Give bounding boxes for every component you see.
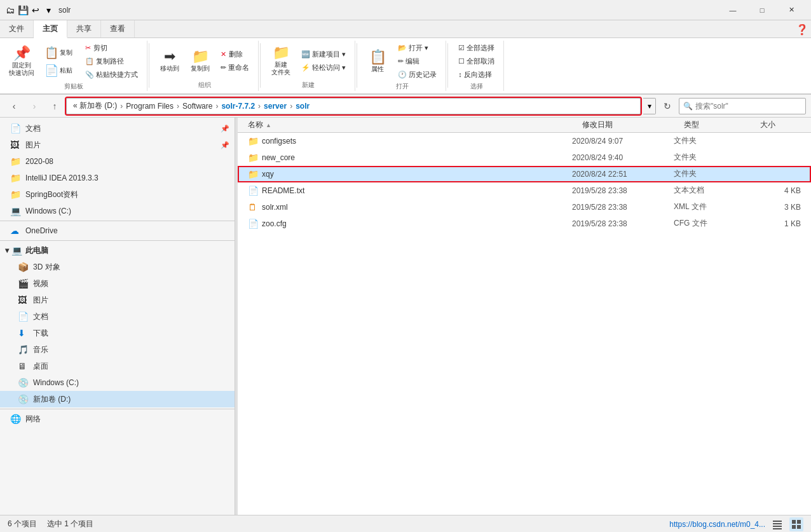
address-bar: ‹ › ↑ « 新加卷 (D:) › Program Files › Softw… (0, 95, 811, 118)
open-label: 打开 (396, 81, 409, 91)
close-button[interactable]: ✕ (777, 0, 806, 20)
deselect-all-button[interactable]: ☐ 全部取消 (454, 55, 498, 67)
search-input[interactable] (695, 102, 801, 111)
sidebar-item-drive-c[interactable]: 💿 Windows (C:) (0, 374, 235, 391)
file-size-zoo-cfg: 1 KB (750, 219, 801, 228)
file-row-solr-xml[interactable]: 🗒 solr.xml 2019/5/28 23:38 XML 文件 3 KB (238, 199, 811, 215)
file-date-zoo-cfg: 2019/5/28 23:38 (572, 219, 674, 228)
easy-access-button[interactable]: ⚡ 轻松访问 ▾ (297, 62, 350, 74)
file-date-solr-xml: 2019/5/28 23:38 (572, 203, 674, 212)
new-group: 📁 新建文件夹 🆕 新建项目 ▾ ⚡ 轻松访问 ▾ 新建 (262, 41, 355, 91)
copy-to-button[interactable]: 📁 复制到 (186, 47, 214, 75)
sidebar-item-network[interactable]: 🌐 网络 (0, 411, 235, 427)
sidebar-onedrive-label: OneDrive (25, 226, 58, 235)
sidebar-item-2020-08[interactable]: 📁 2020-08 (0, 153, 235, 170)
paste-button[interactable]: 📄 粘贴 (41, 62, 79, 79)
copy-button[interactable]: 📋 复制 (41, 44, 79, 61)
properties-button[interactable]: 📋 属性 (364, 48, 392, 76)
file-row-readme[interactable]: 📄 README.txt 2019/5/28 23:38 文本文档 4 KB (238, 182, 811, 199)
paste-shortcut-button[interactable]: 📎 粘贴快捷方式 (81, 69, 142, 81)
maximize-button[interactable]: □ (747, 0, 777, 20)
sidebar-item-desktop[interactable]: 🖥 桌面 (0, 358, 235, 374)
search-box[interactable]: 🔍 (679, 98, 806, 114)
new-item-button[interactable]: 🆕 新建项目 ▾ (297, 48, 350, 60)
address-path[interactable]: « 新加卷 (D:) › Program Files › Software › … (66, 98, 641, 114)
tab-home[interactable]: 主页 (34, 20, 67, 38)
sidebar-item-music[interactable]: 🎵 音乐 (0, 341, 235, 358)
path-dropdown-button[interactable]: ▾ (643, 98, 656, 114)
move-to-button[interactable]: ➡ 移动到 (156, 47, 184, 75)
sidebar-item-3dobjects[interactable]: 📦 3D 对象 (0, 259, 235, 275)
tab-file[interactable]: 文件 (0, 20, 34, 38)
sidebar-item-video[interactable]: 🎬 视频 (0, 275, 235, 292)
sidebar-sep2 (0, 240, 235, 241)
sidebar-item-idea[interactable]: 📁 IntelliJ IDEA 2019.3.3 (0, 170, 235, 186)
tab-share[interactable]: 共享 (67, 20, 101, 38)
open-small-buttons: 📂 打开 ▾ ✏ 编辑 🕐 历史记录 (394, 42, 440, 81)
sidebar-item-docs[interactable]: 📄 文档 📌 (0, 120, 235, 137)
svg-rect-3 (773, 528, 782, 529)
refresh-button[interactable]: ↻ (658, 97, 676, 115)
sidebar-2020-label: 2020-08 (25, 157, 53, 166)
sidebar-item-pictures[interactable]: 🖼 图片 (0, 292, 235, 308)
sidebar-item-downloads[interactable]: ⬇ 下载 (0, 325, 235, 341)
open-button[interactable]: 📂 打开 ▾ (394, 42, 440, 54)
help-button[interactable]: ❓ (793, 20, 811, 38)
new-folder-button[interactable]: 📁 新建文件夹 (267, 43, 295, 79)
path-segment-newvol[interactable]: « 新加卷 (D:) (71, 99, 119, 113)
sidebar-item-springboot[interactable]: 📁 SpringBoot资料 (0, 186, 235, 203)
sidebar-item-windows-c[interactable]: 💻 Windows (C:) (0, 203, 235, 219)
cut-button[interactable]: ✂ 剪切 (81, 42, 142, 54)
sidebar-item-documents[interactable]: 📄 文档 (0, 308, 235, 325)
back-button[interactable]: ‹ (5, 97, 23, 115)
path-segment-solr[interactable]: solr (293, 100, 312, 112)
select-all-button[interactable]: ☑ 全部选择 (454, 42, 498, 54)
rename-button[interactable]: ✏ 重命名 (217, 62, 253, 74)
up-button[interactable]: ↑ (46, 97, 64, 115)
file-row-xqy[interactable]: 📁 xqy 2020/8/24 22:51 文件夹 (238, 166, 811, 182)
view-list-button[interactable] (789, 517, 803, 531)
file-name-new-core: new_core (262, 153, 572, 162)
undo-icon: ↩ (31, 5, 41, 15)
folder-icon-2020: 📁 (10, 156, 22, 167)
file-icon-zoo-cfg: 📄 (248, 219, 262, 229)
3d-icon: 📦 (18, 262, 29, 272)
file-date-new-core: 2020/8/24 9:40 (572, 153, 674, 162)
col-header-date[interactable]: 修改日期 (577, 118, 679, 132)
edit-button[interactable]: ✏ 编辑 (394, 55, 440, 67)
invert-selection-button[interactable]: ↕ 反向选择 (454, 69, 498, 81)
pin-to-quick-access-button[interactable]: 📌 固定到快速访问 (5, 44, 38, 79)
pin-icon: 📌 (13, 46, 31, 60)
clipboard-small-buttons: ✂ 剪切 📋 复制路径 📎 粘贴快捷方式 (81, 42, 142, 81)
file-type-solr-xml: XML 文件 (674, 201, 750, 212)
forward-button[interactable]: › (25, 97, 43, 115)
file-row-new-core[interactable]: 📁 new_core 2020/8/24 9:40 文件夹 (238, 149, 811, 166)
file-name-solr-xml: solr.xml (262, 203, 572, 212)
tab-view[interactable]: 查看 (101, 20, 135, 38)
path-segment-software[interactable]: Software (180, 100, 215, 112)
path-segment-programfiles[interactable]: Program Files (123, 100, 176, 112)
sidebar-item-onedrive[interactable]: ☁ OneDrive (0, 222, 235, 239)
clipboard-group-content: 📌 固定到快速访问 📋 复制 📄 粘贴 ✂ 剪切 📋 复制路径 (5, 42, 142, 81)
minimize-button[interactable]: — (718, 0, 747, 20)
sidebar-thispc-header[interactable]: ▾ 💻 此电脑 (0, 242, 235, 259)
view-details-button[interactable] (770, 517, 784, 531)
music-icon: 🎵 (18, 344, 29, 355)
delete-button[interactable]: ✕ 删除 (217, 48, 253, 60)
file-row-zoo-cfg[interactable]: 📄 zoo.cfg 2019/5/28 23:38 CFG 文件 1 KB (238, 215, 811, 232)
copy-path-button[interactable]: 📋 复制路径 (81, 55, 142, 67)
file-list: 📁 configsets 2020/8/24 9:07 文件夹 📁 new_co… (238, 133, 811, 515)
path-segment-server[interactable]: server (261, 100, 289, 112)
history-button[interactable]: 🕐 历史记录 (394, 69, 440, 81)
sidebar-sep3 (0, 409, 235, 409)
col-header-type[interactable]: 类型 (679, 118, 755, 132)
sidebar-item-pics[interactable]: 🖼 图片 📌 (0, 137, 235, 153)
col-header-name[interactable]: 名称 ▲ (243, 118, 577, 132)
new-small-buttons: 🆕 新建项目 ▾ ⚡ 轻松访问 ▾ (297, 48, 350, 74)
col-header-size[interactable]: 大小 (755, 118, 806, 132)
dropdown-icon[interactable]: ▾ (43, 5, 53, 15)
status-link[interactable]: https://blog.csdn.net/m0_4... (669, 520, 765, 529)
sidebar-item-drive-d[interactable]: 💿 新加卷 (D:) (0, 391, 235, 407)
path-segment-solr772[interactable]: solr-7.7.2 (219, 100, 257, 112)
file-row-configsets[interactable]: 📁 configsets 2020/8/24 9:07 文件夹 (238, 133, 811, 149)
